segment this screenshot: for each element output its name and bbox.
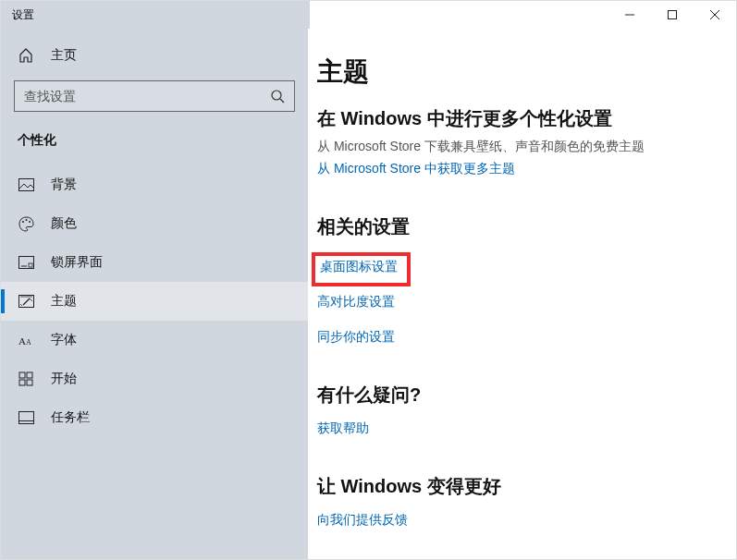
questions-section: 有什么疑问? 获取帮助	[317, 383, 727, 437]
sidebar-home[interactable]: 主页	[1, 38, 308, 73]
nav-label: 颜色	[51, 215, 77, 232]
sidebar: 主页 个性化 背景 颜色	[1, 29, 308, 559]
svg-rect-6	[18, 178, 33, 190]
questions-heading: 有什么疑问?	[317, 383, 727, 408]
svg-rect-11	[29, 263, 32, 267]
theme-icon	[18, 293, 34, 310]
sidebar-item-lockscreen[interactable]: 锁屏界面	[1, 243, 308, 282]
nav-label: 主题	[51, 293, 77, 310]
sidebar-item-themes[interactable]: 主题	[1, 282, 308, 321]
nav-list: 背景 颜色 锁屏界面 主题	[1, 165, 308, 437]
window-controls	[608, 1, 736, 29]
font-icon: AA	[18, 332, 34, 348]
nav-label: 锁屏界面	[51, 254, 103, 271]
svg-point-4	[272, 91, 281, 100]
sidebar-item-fonts[interactable]: AA 字体	[1, 321, 308, 359]
sync-settings-link[interactable]: 同步你的设置	[317, 329, 727, 346]
improve-section: 让 Windows 变得更好 向我们提供反馈	[317, 474, 727, 529]
search-icon	[270, 89, 285, 103]
close-button[interactable]	[694, 1, 736, 29]
main-content: 主题 在 Windows 中进行更多个性化设置 从 Microsoft Stor…	[308, 29, 736, 559]
home-icon	[18, 47, 34, 64]
palette-icon	[18, 215, 34, 232]
nav-label: 字体	[51, 332, 77, 348]
search-row	[1, 73, 308, 119]
search-box[interactable]	[14, 80, 295, 112]
svg-rect-1	[669, 11, 677, 19]
related-heading: 相关的设置	[317, 214, 727, 239]
image-icon	[18, 177, 34, 193]
window-title: 设置	[12, 7, 34, 23]
lockscreen-icon	[18, 254, 34, 271]
titlebar: 设置	[1, 1, 736, 29]
svg-rect-19	[27, 380, 32, 385]
store-description: 从 Microsoft Store 下载兼具壁纸、声音和颜色的免费主题	[317, 139, 727, 155]
svg-point-7	[22, 221, 24, 223]
subtitle: 在 Windows 中进行更多个性化设置	[317, 106, 727, 131]
category-label: 个性化	[1, 119, 308, 156]
high-contrast-link[interactable]: 高对比度设置	[317, 294, 727, 310]
maximize-button[interactable]	[651, 1, 694, 29]
svg-point-9	[29, 221, 31, 223]
nav-label: 背景	[51, 177, 77, 193]
desktop-icon-settings-link[interactable]: 桌面图标设置	[320, 259, 398, 275]
minimize-button[interactable]	[608, 1, 651, 29]
svg-text:A: A	[26, 338, 31, 347]
start-icon	[18, 371, 34, 387]
get-help-link[interactable]: 获取帮助	[317, 420, 727, 437]
svg-line-5	[280, 99, 284, 103]
nav-label: 开始	[51, 371, 77, 387]
svg-rect-20	[18, 411, 33, 423]
svg-rect-17	[27, 372, 32, 378]
sidebar-item-background[interactable]: 背景	[1, 165, 308, 204]
svg-rect-10	[18, 256, 33, 268]
sidebar-item-start[interactable]: 开始	[1, 359, 308, 398]
search-input[interactable]	[24, 89, 285, 103]
nav-label: 任务栏	[51, 409, 90, 426]
svg-rect-18	[19, 380, 25, 385]
taskbar-icon	[18, 409, 34, 426]
home-label: 主页	[51, 47, 77, 64]
sidebar-item-taskbar[interactable]: 任务栏	[1, 398, 308, 437]
feedback-link[interactable]: 向我们提供反馈	[317, 512, 727, 529]
svg-point-8	[25, 219, 27, 221]
page-title: 主题	[317, 55, 727, 90]
related-settings-section: 相关的设置 桌面图标设置 高对比度设置 同步你的设置	[317, 214, 727, 346]
sidebar-item-colors[interactable]: 颜色	[1, 204, 308, 243]
improve-heading: 让 Windows 变得更好	[317, 474, 727, 499]
svg-text:A: A	[18, 335, 26, 347]
store-link[interactable]: 从 Microsoft Store 中获取更多主题	[317, 161, 727, 177]
svg-rect-16	[19, 372, 25, 378]
highlight-annotation: 桌面图标设置	[312, 252, 411, 286]
